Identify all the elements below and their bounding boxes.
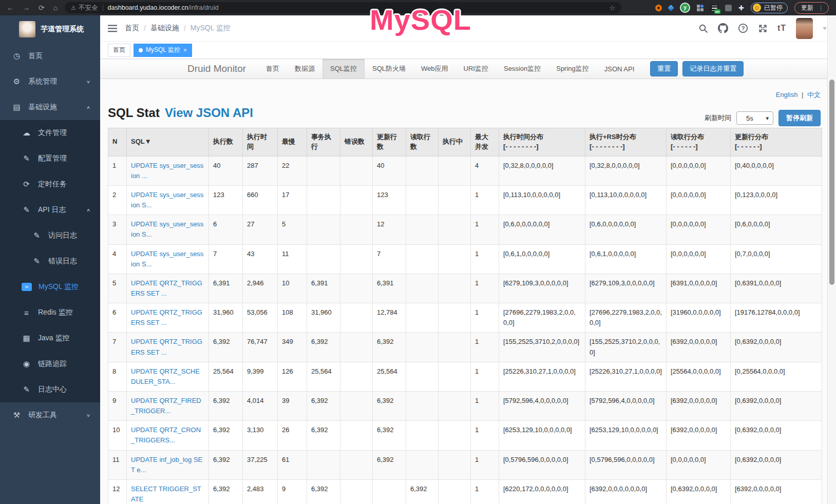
view-json-api-link[interactable]: View JSON API	[165, 106, 253, 120]
table-cell: SELECT TRIGGER_STATE	[127, 479, 209, 504]
sidebar-item-home[interactable]: ◷首页	[0, 43, 100, 69]
sidebar-item-dev-tools[interactable]: ⚒研发工具∨	[0, 402, 100, 428]
column-header[interactable]: 执行中	[439, 128, 471, 157]
sidebar-item-log-center[interactable]: ✎日志中心	[0, 377, 100, 402]
sql-link[interactable]: UPDATE QRTZ_SCHEDULER_STA...	[131, 367, 200, 385]
refresh-interval-select[interactable]: 5s ▾	[736, 111, 773, 125]
sql-link[interactable]: SELECT TRIGGER_STATE	[131, 485, 201, 503]
scrollbar[interactable]	[827, 15, 836, 504]
sidebar-item-system[interactable]: ⚙系统管理∨	[0, 69, 100, 94]
pause-refresh-button[interactable]: 暂停刷新	[778, 110, 821, 126]
druid-menu-item[interactable]: SQL监控	[322, 59, 365, 79]
browser-profile-pill[interactable]: ☺ 已暂停	[751, 3, 788, 13]
breadcrumb-item[interactable]: 基础设施	[150, 24, 179, 33]
url-bar[interactable]: ⚠ 不安全 dashboard.yudao.iocoder.cn /infra/…	[65, 2, 621, 13]
fullscreen-icon[interactable]	[758, 24, 768, 33]
sidebar-item-mysql-monitor[interactable]: ≈MySQL 监控	[0, 274, 100, 300]
sidebar-logo[interactable]: 芋道管理系统	[0, 15, 100, 43]
column-header[interactable]: N	[108, 128, 127, 157]
column-header[interactable]: 事务执行	[307, 128, 340, 157]
help-icon[interactable]: ?	[738, 23, 748, 33]
sidebar-item-redis-monitor[interactable]: ≡Redis 监控	[0, 300, 100, 325]
extensions-puzzle-icon[interactable]: ✚	[738, 4, 744, 12]
column-header[interactable]: 读取行数	[406, 128, 439, 157]
font-size-icon[interactable]: tT	[777, 24, 786, 33]
sql-link[interactable]: UPDATE sys_user_session S...	[131, 220, 203, 238]
sql-link[interactable]: UPDATE QRTZ_TRIGGERS SET ...	[131, 279, 202, 297]
extension-gem-icon[interactable]	[668, 5, 674, 11]
extension-list-icon[interactable]: on	[710, 5, 718, 11]
browser-menu-icon[interactable]: ⋮	[818, 4, 824, 12]
sql-link[interactable]: UPDATE QRTZ_TRIGGERS SET ...	[131, 308, 202, 326]
sidebar-item-file-manage[interactable]: ☁文件管理	[0, 120, 100, 146]
github-icon[interactable]	[718, 23, 728, 33]
extension-orange-icon[interactable]	[655, 5, 662, 11]
tab-mysql-monitor[interactable]: MySQL 监控×	[134, 44, 192, 57]
sidebar-item-trace[interactable]: ◉链路追踪	[0, 351, 100, 377]
sql-link[interactable]: UPDATE inf_job_log SET e...	[131, 456, 202, 474]
sidebar-item-api-log[interactable]: ✎API 日志∧	[0, 197, 100, 223]
lang-english-link[interactable]: English	[776, 91, 798, 99]
bookmark-star-icon[interactable]: ☆	[610, 4, 616, 12]
sql-link[interactable]: UPDATE sys_user_session ...	[131, 162, 203, 180]
table-cell: [0,6,1,0,0,0,0,0]	[499, 244, 585, 274]
column-header[interactable]: 最大并发	[471, 128, 499, 157]
dashboard-icon: ◷	[12, 51, 22, 61]
tab-home[interactable]: 首页	[108, 44, 130, 57]
sidebar-item-java-monitor[interactable]: ▦Java 监控	[0, 325, 100, 351]
column-header[interactable]: 错误数	[340, 128, 373, 157]
sql-link[interactable]: UPDATE QRTZ_FIRED_TRIGGER...	[131, 397, 201, 415]
druid-menu-item[interactable]: JSON API	[597, 59, 642, 79]
browser-update-button[interactable]: 更新 ⋮	[794, 2, 829, 14]
column-header[interactable]: 执行数	[209, 128, 243, 157]
druid-menu-item[interactable]: URI监控	[456, 59, 496, 79]
table-cell: 40	[373, 156, 406, 185]
sql-link[interactable]: UPDATE sys_user_session S...	[131, 250, 203, 268]
column-header[interactable]: 更新行数	[373, 128, 406, 157]
avatar-caret-icon[interactable]	[823, 27, 827, 30]
browser-home-icon[interactable]: ⌂	[53, 0, 58, 15]
druid-menu-item[interactable]: Session监控	[496, 59, 548, 79]
scrollbar-thumb[interactable]	[829, 80, 834, 285]
sidebar: 芋道管理系统 ◷首页⚙系统管理∨▤基础设施∧☁文件管理✎配置管理⟳定时任务✎AP…	[0, 15, 100, 504]
sidebar-item-infra[interactable]: ▤基础设施∧	[0, 94, 100, 120]
sql-link[interactable]: UPDATE QRTZ_CRON_TRIGGERS...	[131, 426, 201, 444]
browser-reload-icon[interactable]: ⟳	[39, 0, 45, 15]
sidebar-item-scheduled-job[interactable]: ⟳定时任务	[0, 171, 100, 197]
column-header[interactable]: 执行时间	[243, 128, 278, 157]
close-icon[interactable]: ×	[183, 47, 187, 54]
user-avatar[interactable]	[796, 18, 813, 39]
sql-link[interactable]: UPDATE sys_user_session S...	[131, 191, 203, 209]
druid-menu-item[interactable]: SQL防火墙	[365, 59, 413, 79]
druid-menu-item[interactable]: Web应用	[413, 59, 456, 79]
column-header[interactable]: 执行时间分布[- - - - - - - -]	[499, 128, 585, 157]
sidebar-item-access-log[interactable]: ✎访问日志	[0, 223, 100, 248]
breadcrumb-item[interactable]: 首页	[125, 24, 139, 33]
column-header[interactable]: 执行+RS时分布[- - - - - - - -]	[585, 128, 667, 157]
table-cell: [6392,0,0,0,0,0]	[667, 391, 731, 420]
browser-extensions: y on ✚ ☺ 已暂停 更新 ⋮	[655, 2, 836, 14]
browser-forward-icon[interactable]: →	[23, 0, 30, 15]
druid-menu-item[interactable]: 首页	[258, 59, 287, 79]
extension-green-icon[interactable]: y	[680, 3, 690, 13]
column-header[interactable]: 最慢	[278, 128, 307, 157]
extension-grid-icon[interactable]	[697, 5, 704, 11]
druid-menu-item[interactable]: Spring监控	[548, 59, 597, 79]
extension-gray-icon[interactable]	[725, 5, 732, 11]
sql-link[interactable]: UPDATE QRTZ_TRIGGERS SET ...	[131, 338, 202, 356]
column-header[interactable]: 更新行分布[- - - - - -]	[731, 128, 822, 157]
table-cell	[439, 391, 471, 420]
reset-button[interactable]: 重置	[650, 61, 678, 76]
search-icon[interactable]	[698, 24, 708, 33]
sidebar-item-error-log[interactable]: ✎错误日志	[0, 248, 100, 274]
column-header[interactable]: SQL▼	[127, 128, 209, 157]
druid-menu-item[interactable]: 数据源	[287, 59, 322, 79]
table-cell: 1	[471, 215, 499, 244]
sidebar-item-config-manage[interactable]: ✎配置管理	[0, 146, 100, 171]
table-cell: 12	[373, 215, 406, 244]
sidebar-toggle-icon[interactable]	[108, 25, 117, 32]
column-header[interactable]: 读取行分布[- - - - - -]	[667, 128, 731, 157]
lang-chinese-link[interactable]: 中文	[807, 91, 821, 99]
browser-back-icon[interactable]: ←	[7, 0, 14, 15]
log-and-reset-button[interactable]: 记录日志并重置	[682, 61, 744, 76]
